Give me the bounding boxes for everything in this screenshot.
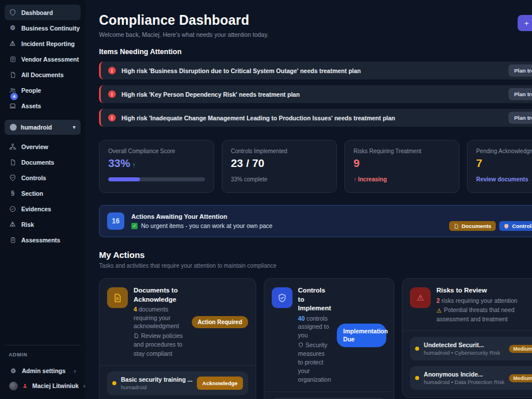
item-org: humadroid • Data Protection Risk [424, 379, 504, 385]
sidebar-item-assets[interactable]: Assets [5, 98, 81, 113]
chevron-right-icon: › [74, 367, 76, 374]
exclamation-circle-icon: ! [108, 114, 116, 121]
card-title: Documents to Acknowledge [134, 286, 186, 304]
document-icon [9, 71, 17, 78]
stats-row: Overall Compliance Score 33%↑ Controls I… [99, 140, 532, 193]
sidebar-item-controls[interactable]: Controls [5, 170, 81, 185]
card-count: 2 [436, 297, 440, 304]
page-header: Compliance Dashboard Welcome back, Macie… [99, 8, 532, 38]
stat-card-pending-acknowledgments: Pending Acknowledgments 7 Review documen… [467, 140, 532, 193]
document-icon [9, 159, 17, 166]
sidebar-item-label: Section [21, 190, 43, 197]
sidebar-item-risk[interactable]: ⚠ Risk [5, 216, 81, 232]
sidebar-item-label: Dashboard [21, 9, 53, 16]
check-icon: ✓ [131, 223, 138, 229]
item-org: humadroid • Cybersecurity Risk [424, 349, 504, 356]
acknowledge-button[interactable]: Acknowledge [197, 377, 242, 390]
sidebar-item-label: All Documents [21, 71, 64, 78]
focus-pill-controls[interactable]: Controls [499, 221, 532, 231]
plan-treatment-button[interactable]: Plan treatment › [508, 64, 532, 77]
sidebar-item-dashboard[interactable]: Dashboard [5, 5, 81, 20]
focus-pill-label: Documents [462, 223, 492, 229]
card-documents-to-acknowledge: Documents to Acknowledge 4 documents req… [99, 278, 256, 399]
sitemap-icon [9, 143, 17, 150]
sidebar-item-label: Overview [21, 143, 48, 150]
sidebar-item-label: Incident Reporting [21, 40, 75, 47]
shield-icon [9, 9, 17, 16]
trend-up-icon: ↑ [132, 161, 136, 168]
compliance-progress-bar [108, 177, 205, 181]
card-count-text: documents requiring your acknowledgment [134, 306, 179, 329]
bullet-icon [415, 376, 419, 380]
my-actions-subtitle: Tasks and activities that require your a… [99, 263, 532, 269]
sidebar-item-people[interactable]: People 4 [5, 82, 81, 98]
sidebar-item-documents[interactable]: Documents [5, 154, 81, 170]
plan-treatment-label: Plan treatment [514, 91, 532, 97]
alert-row: ! High risk 'Inadequate Change Managemen… [99, 109, 532, 127]
exclamation-circle-icon: ! [108, 67, 116, 74]
review-documents-link[interactable]: Review documents → [476, 176, 532, 183]
banner-status-text: No urgent items - you can work at your o… [141, 222, 272, 229]
my-actions-heading: My Actions [99, 250, 532, 260]
sidebar-item-label: Assets [21, 102, 41, 109]
sidebar-item-label: Evidences [21, 206, 51, 212]
focus-areas-label: Focus Areas [449, 211, 532, 218]
sidebar-item-overview[interactable]: Overview [5, 139, 81, 154]
action-required-pill[interactable]: Action Required [192, 316, 248, 328]
sidebar-item-assessments[interactable]: Assessments [5, 232, 81, 248]
shield-check-icon [272, 287, 292, 308]
severity-badge: Medium [509, 345, 532, 353]
current-user-item[interactable]: Maciej Litwiniuk › [6, 378, 79, 393]
gear-icon: ⚙ [9, 368, 17, 374]
sidebar-item-vendor-assessment[interactable]: Vendor Assessment [5, 51, 81, 67]
sidebar-admin-section: ADMIN ⚙ Admin settings › Maciej Litwiniu… [5, 345, 81, 399]
gear-icon: ⚙ [9, 25, 17, 31]
sidebar-item-all-documents[interactable]: All Documents [5, 67, 81, 82]
workspace-selector[interactable]: humadroid ▾ [5, 120, 81, 135]
card-count-text: risks requiring your attention [442, 297, 518, 304]
sidebar-item-label: Business Continuity [21, 25, 80, 32]
banner-title: Actions Awaiting Your Attention [131, 213, 272, 220]
admin-settings-item[interactable]: ⚙ Admin settings › [6, 363, 79, 378]
person-icon [22, 383, 28, 389]
laptop-icon [9, 102, 17, 109]
implementation-due-pill: Implementation Due [337, 324, 386, 347]
sidebar-item-section[interactable]: § Section [5, 185, 81, 201]
list-item: Undetected Securit... humadroid • Cybers… [410, 337, 532, 360]
stat-value: 7 [476, 157, 532, 170]
sidebar-item-label: People [21, 87, 41, 94]
user-name: Maciej Litwiniuk [32, 382, 79, 389]
avatar [9, 382, 18, 390]
actions-banner: 16 Actions Awaiting Your Attention ✓ No … [99, 205, 532, 237]
alert-row: ! High risk 'Business Disruption due to … [99, 62, 532, 79]
workspace-name: humadroid [21, 124, 52, 131]
stat-value: 23 / 70 [231, 157, 328, 170]
warning-icon: ⚠ [9, 40, 17, 47]
focus-pill-label: Controls [512, 223, 532, 229]
severity-badge: Medium [509, 374, 532, 382]
card-controls-to-implement: Controls to Implement 40 controls assign… [264, 278, 395, 399]
compliance-progress-fill [108, 177, 140, 181]
focus-pill-documents[interactable]: Documents [449, 221, 496, 231]
item-title: Undetected Securit... [424, 341, 504, 348]
plan-treatment-button[interactable]: Plan treatment › [508, 88, 532, 100]
plan-treatment-button[interactable]: Plan treatment › [508, 112, 532, 124]
warning-triangle-icon: ⚠ [410, 287, 431, 308]
page-title: Compliance Dashboard [99, 13, 269, 28]
stat-trend: ↑ Increasing [354, 176, 450, 183]
clipboard-icon [9, 237, 17, 244]
warning-icon: ⚠ [436, 307, 442, 315]
card-count: 40 [298, 315, 305, 322]
stat-value: 33%↑ [108, 157, 205, 170]
plan-treatment-label: Plan treatment [514, 67, 532, 74]
sidebar-item-label: Risk [21, 221, 34, 228]
chevron-down-icon: ▾ [73, 124, 75, 130]
sidebar-item-incident-reporting[interactable]: ⚠ Incident Reporting [5, 36, 81, 51]
card-title: Risks to Review [436, 286, 532, 295]
page-subtitle: Welcome back, Maciej. Here's what needs … [99, 31, 269, 38]
create-new-button[interactable]: + Create New ▾ [518, 15, 532, 31]
document-icon [107, 287, 128, 308]
sidebar-item-business-continuity[interactable]: ⚙ Business Continuity [5, 20, 81, 36]
sidebar-item-evidences[interactable]: Evidences [5, 201, 81, 216]
card-risks-to-review: ⚠ Risks to Review 2 risks requiring your… [402, 278, 532, 398]
